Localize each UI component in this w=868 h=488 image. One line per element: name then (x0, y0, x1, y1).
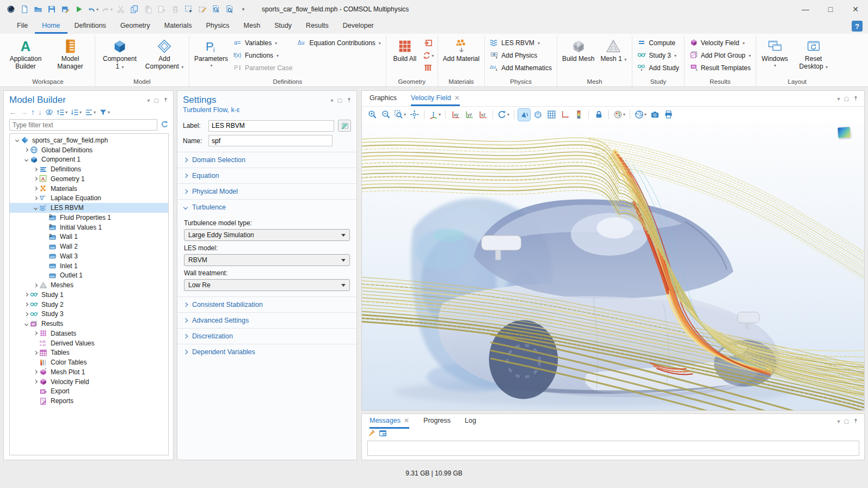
parameter-case-button[interactable]: PParameter Case (231, 63, 294, 73)
select-box-icon[interactable] (182, 2, 195, 16)
section-physical-model[interactable]: Physical Model (177, 183, 356, 199)
compute-button[interactable]: Compute (635, 38, 681, 48)
find-replace-icon[interactable] (223, 2, 236, 16)
panel-float-icon[interactable]: ▢ (844, 418, 849, 424)
equation-contributions-button[interactable]: ΔuEquation Contributions▾ (296, 38, 383, 48)
node-text-icon[interactable]: ▾ (84, 108, 97, 117)
draw-box-icon[interactable] (196, 2, 209, 16)
tree-item-wall-3[interactable]: Wall 3 (10, 251, 168, 261)
reset-desktop-button[interactable]: Reset Desktop ▾ (792, 35, 835, 71)
cut-icon[interactable] (114, 2, 127, 16)
section-discretization[interactable]: Discretization (177, 328, 356, 344)
tree-item-wall-2[interactable]: Wall 2 (10, 242, 168, 251)
graphics-canvas[interactable] (362, 122, 864, 410)
tree-item-initial-values-1[interactable]: DInitial Values 1 (10, 223, 168, 232)
section-dependent-variables[interactable]: Dependent Variables (177, 344, 356, 360)
tree-item-definitions[interactable]: Definitions (10, 164, 168, 174)
parameters-button[interactable]: Pi Parameters ▾ (192, 35, 230, 68)
panel-splitter[interactable] (357, 90, 361, 460)
tree-item-study-2[interactable]: Study 2 (10, 300, 168, 310)
ribbon-tab-results[interactable]: Results (299, 18, 336, 34)
new-file-icon[interactable] (18, 2, 31, 16)
component-1-button[interactable]: Component 1 ▾ (98, 35, 141, 71)
ribbon-tab-developer[interactable]: Developer (336, 18, 381, 34)
tree-chevron-icon[interactable] (32, 380, 39, 383)
clear-messages-icon[interactable] (367, 429, 375, 439)
tree-item-mesh-plot-1[interactable]: *Mesh Plot 1 (10, 367, 168, 377)
section-consistent-stabilization[interactable]: Consistent Stabilization (177, 296, 356, 312)
messages-window-icon[interactable] (379, 429, 387, 439)
add-plot-group-button[interactable]: Add Plot Group▾ (687, 50, 753, 61)
tree-chevron-icon[interactable] (13, 139, 21, 141)
section-advanced-settings[interactable]: Advanced Settings (177, 312, 356, 328)
save-as-icon[interactable] (59, 2, 72, 16)
show-axes-icon[interactable] (559, 109, 571, 121)
panel-float-icon[interactable]: ▢ (844, 96, 849, 102)
name-input[interactable] (208, 135, 333, 146)
refresh-icon[interactable] (161, 120, 169, 130)
tree-chevron-icon[interactable] (22, 313, 30, 316)
go-to-view-icon[interactable]: ▾ (428, 109, 441, 121)
delete-icon[interactable] (169, 2, 182, 16)
tree-item-materials[interactable]: Materials (10, 184, 168, 194)
build-all-button[interactable]: Build All (389, 35, 421, 63)
section-domain-selection[interactable]: Domain Selection (177, 152, 356, 168)
view-yz-icon[interactable]: yz (463, 109, 475, 121)
filter-input[interactable] (9, 119, 157, 131)
move-down-icon[interactable]: ↓ (37, 107, 43, 117)
ribbon-tab-home[interactable]: Home (35, 18, 67, 34)
tree-chevron-icon[interactable] (32, 207, 39, 209)
ribbon-tab-file[interactable]: File (10, 18, 35, 34)
maximize-button[interactable]: □ (818, 0, 843, 18)
dropdown-low-re[interactable]: Low Re (184, 279, 350, 291)
add-physics-button[interactable]: Add Physics (488, 50, 554, 61)
add-material-button[interactable]: Add Material (441, 35, 482, 63)
close-button[interactable]: ✕ (843, 0, 868, 18)
camera-icon[interactable] (649, 109, 661, 121)
ribbon-tab-physics[interactable]: Physics (199, 18, 236, 34)
tree-item-derived-values[interactable]: 8.85e-12Derived Values (10, 338, 168, 348)
velocity-field-button[interactable]: Velocity Field▾ (687, 38, 753, 48)
messages-tab-progress[interactable]: Progress (423, 414, 451, 429)
add-study-button[interactable]: Add Study (635, 63, 681, 73)
minimize-button[interactable]: — (793, 0, 818, 18)
paste-icon[interactable] (141, 2, 155, 16)
lock-icon[interactable] (593, 109, 605, 121)
panel-pin-icon[interactable] (853, 418, 859, 425)
windows-button[interactable]: Windows ▾ (759, 35, 791, 68)
tree-item-component-1[interactable]: Component 1 (10, 155, 168, 165)
add-mathematics-button[interactable]: ΔuAdd Mathematics (488, 63, 554, 73)
close-tab-icon[interactable]: ✕ (454, 94, 460, 102)
tree-item-outlet-1[interactable]: Outlet 1 (10, 271, 168, 281)
tree-chevron-icon[interactable] (32, 177, 39, 180)
nav-back-icon[interactable]: ← (8, 107, 18, 117)
tree-chevron-icon[interactable] (32, 284, 39, 287)
tree-chevron-icon[interactable] (32, 187, 39, 190)
tree-item-study-1[interactable]: Study 1 (10, 290, 168, 300)
ribbon-tab-materials[interactable]: Materials (157, 18, 199, 34)
show-grid-icon[interactable] (545, 109, 557, 121)
ribbon-tab-study[interactable]: Study (267, 18, 299, 34)
model-manager-button[interactable]: Model Manager (48, 35, 92, 70)
messages-tab-log[interactable]: Log (465, 414, 476, 429)
scene-light-icon[interactable] (518, 109, 530, 121)
tree-chevron-icon[interactable] (22, 158, 30, 161)
ribbon-tab-definitions[interactable]: Definitions (67, 18, 113, 34)
tree-item-sports-car-flow-field-mph[interactable]: sports_car_flow_field.mph (10, 135, 168, 145)
color-legend-icon[interactable] (572, 109, 584, 121)
find-icon[interactable] (210, 2, 223, 16)
add-component-button[interactable]: Add Component ▾ (143, 35, 186, 71)
tree-chevron-icon[interactable] (32, 370, 39, 373)
render-options-icon[interactable]: ▾ (613, 109, 626, 121)
dropdown-large-eddy-simulation[interactable]: Large Eddy Simulation (184, 229, 350, 241)
graphics-tab-velocity-field[interactable]: Velocity Field✕ (411, 91, 460, 106)
print-icon[interactable] (662, 109, 674, 121)
panel-menu-icon[interactable]: ▾ (331, 98, 334, 103)
tree-chevron-icon[interactable] (32, 332, 39, 335)
run-icon[interactable] (72, 2, 85, 16)
tree-chevron-icon[interactable] (32, 351, 39, 354)
panel-menu-icon[interactable]: ▾ (147, 98, 150, 103)
tree-item-laplace-equation[interactable]: ∇*Laplace Equation (10, 194, 168, 203)
messages-tab-messages[interactable]: Messages✕ (370, 414, 409, 429)
view-xy-icon[interactable]: xy (450, 109, 461, 121)
